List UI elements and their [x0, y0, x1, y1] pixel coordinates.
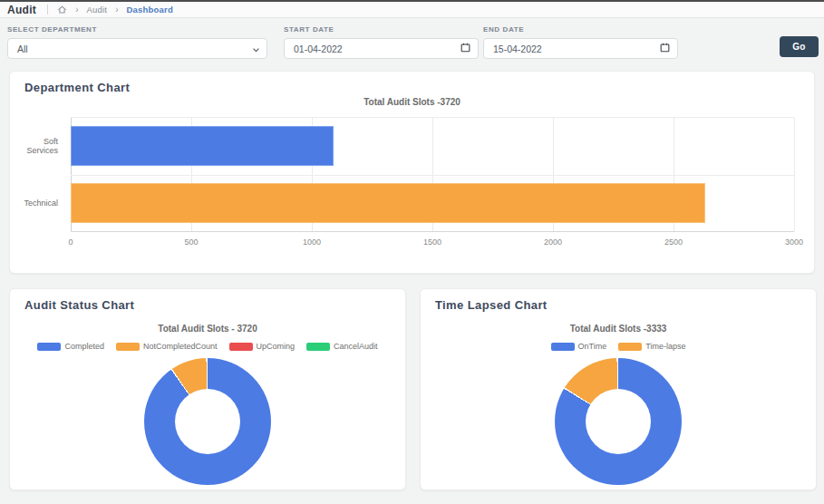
- x-tick-label: 0: [68, 237, 73, 247]
- header-bar: Audit › Audit › Dashboard: [0, 2, 824, 18]
- legend-label: CancelAudit: [334, 342, 378, 351]
- legend-label: UpComing: [257, 342, 296, 351]
- legend-item-time-lapse[interactable]: Time-lapse: [618, 342, 685, 351]
- bar-row: [71, 175, 794, 232]
- legend-item-notcompletedcount[interactable]: NotCompletedCount: [116, 342, 218, 351]
- chevron-down-icon: [253, 44, 259, 54]
- audit-dashboard-screen: Audit › Audit › Dashboard SELECT DEPARTM…: [0, 0, 824, 504]
- department-chart-heading: Department Chart: [24, 81, 130, 94]
- legend-label: NotCompletedCount: [143, 342, 218, 351]
- audit-status-doughnut[interactable]: [144, 358, 271, 485]
- calendar-icon[interactable]: [460, 43, 470, 54]
- x-tick-label: 500: [184, 237, 198, 247]
- x-tick-label: 3000: [785, 237, 803, 247]
- end-date-input[interactable]: 15-04-2022: [483, 38, 678, 59]
- end-date-label: END DATE: [483, 25, 678, 34]
- time-lapsed-panel: Time Lapsed Chart Total Audit Slots -333…: [420, 288, 817, 490]
- breadcrumb-separator: ›: [75, 5, 78, 15]
- legend-item-ontime[interactable]: OnTime: [551, 342, 607, 351]
- breadcrumb-separator: ›: [115, 5, 118, 15]
- department-select[interactable]: All: [7, 38, 267, 59]
- legend-label: Time-lapse: [645, 342, 685, 351]
- audit-status-legend: CompletedNotCompletedCountUpComingCancel…: [10, 342, 405, 351]
- department-filter-label: SELECT DEPARTMENT: [7, 25, 267, 34]
- bar-soft-services[interactable]: [71, 126, 334, 166]
- legend-swatch: [37, 343, 61, 351]
- legend-swatch: [306, 343, 330, 351]
- legend-item-upcoming[interactable]: UpComing: [229, 342, 296, 351]
- end-date-value: 15-04-2022: [493, 44, 542, 54]
- filter-bar: SELECT DEPARTMENT All START DATE 01-04-2…: [0, 19, 824, 66]
- start-date-group: START DATE 01-04-2022: [284, 25, 479, 59]
- breadcrumb-item-dashboard[interactable]: Dashboard: [127, 5, 173, 15]
- x-tick-label: 1500: [423, 237, 441, 247]
- breadcrumb: › Audit › Dashboard: [57, 5, 173, 15]
- audit-status-heading: Audit Status Chart: [24, 298, 134, 312]
- legend-item-cancelaudit[interactable]: CancelAudit: [306, 342, 378, 351]
- gridline: [794, 118, 795, 231]
- home-icon[interactable]: [57, 5, 67, 15]
- bar-chart-x-axis: 050010001500200025003000: [71, 237, 794, 248]
- header-divider: [47, 5, 48, 15]
- x-tick-label: 2500: [664, 237, 683, 247]
- x-tick-label: 2000: [544, 237, 562, 247]
- bar-row: [71, 118, 794, 175]
- bar-chart-plot: [71, 117, 794, 232]
- time-lapsed-chart-title: Total Audit Slots -3333: [421, 324, 816, 334]
- doughnut-hole: [175, 389, 240, 454]
- legend-label: OnTime: [578, 342, 607, 351]
- category-label: Soft Services: [10, 137, 64, 155]
- legend-label: Completed: [64, 342, 104, 351]
- bar-chart-category-labels: Soft ServicesTechnical: [10, 117, 64, 232]
- department-filter-group: SELECT DEPARTMENT All: [7, 25, 267, 59]
- legend-swatch: [116, 343, 140, 351]
- bar-technical[interactable]: [71, 183, 705, 223]
- start-date-value: 01-04-2022: [294, 44, 343, 54]
- calendar-icon[interactable]: [660, 43, 670, 54]
- department-chart-panel: Department Chart Total Audit Slots -3720…: [9, 71, 815, 274]
- x-tick-label: 1000: [303, 237, 321, 247]
- department-select-value: All: [17, 44, 28, 54]
- category-label: Technical: [10, 199, 64, 208]
- audit-status-chart-title: Total Audit Slots - 3720: [10, 324, 405, 334]
- time-lapsed-legend: OnTimeTime-lapse: [421, 342, 816, 351]
- doughnut-hole: [586, 389, 651, 454]
- audit-status-panel: Audit Status Chart Total Audit Slots - 3…: [9, 288, 406, 490]
- legend-item-completed[interactable]: Completed: [37, 342, 104, 351]
- legend-swatch: [229, 343, 253, 351]
- breadcrumb-item-audit[interactable]: Audit: [87, 5, 108, 15]
- time-lapsed-heading: Time Lapsed Chart: [435, 298, 548, 312]
- start-date-input[interactable]: 01-04-2022: [284, 38, 479, 59]
- legend-swatch: [551, 343, 575, 351]
- page-title: Audit: [7, 4, 36, 16]
- legend-swatch: [618, 343, 642, 351]
- time-lapsed-doughnut[interactable]: [555, 358, 682, 485]
- start-date-label: START DATE: [284, 25, 479, 34]
- department-chart-title: Total Audit Slots -3720: [10, 97, 814, 107]
- end-date-group: END DATE 15-04-2022: [483, 25, 678, 59]
- go-button[interactable]: Go: [780, 36, 819, 57]
